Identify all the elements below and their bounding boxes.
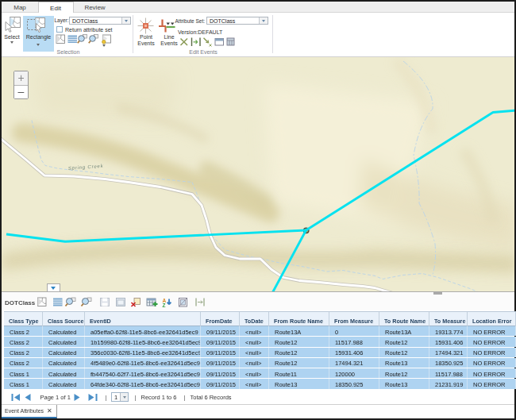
svg-text:Z: Z: [163, 302, 166, 308]
